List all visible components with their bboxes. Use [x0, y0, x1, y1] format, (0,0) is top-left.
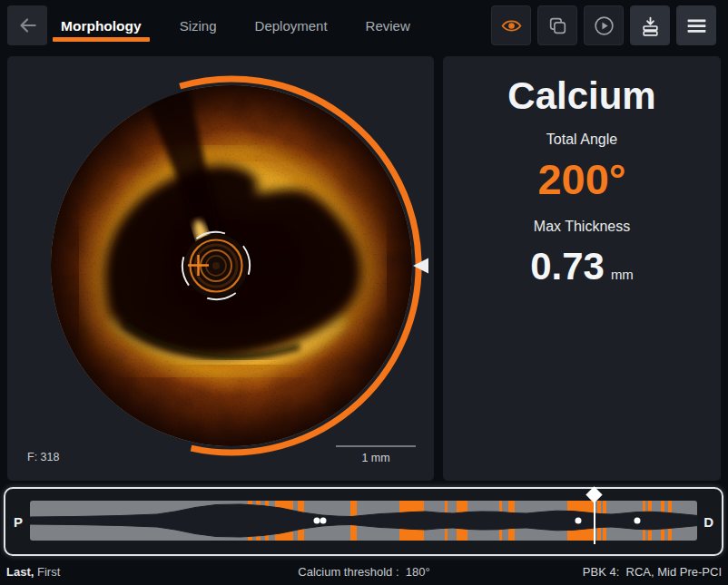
tab-deployment[interactable]: Deployment	[247, 0, 336, 52]
copy-frames-icon	[546, 15, 569, 37]
max-thickness-unit: mm	[611, 267, 634, 282]
tab-sizing[interactable]: Sizing	[172, 0, 225, 52]
threshold-label: Calcium threshold :	[298, 565, 398, 579]
export-download-icon	[639, 15, 662, 37]
total-angle-value: 200°	[443, 156, 721, 203]
study-value: RCA, Mid Pre-PCI	[626, 565, 722, 579]
threshold-value: 180°	[406, 565, 430, 579]
tab-label: Sizing	[180, 18, 217, 34]
hamburger-menu-icon	[685, 15, 708, 37]
calcium-metrics-panel: Calcium Total Angle 200° Max Thickness 0…	[443, 56, 721, 481]
scale-label: 1 mm	[361, 452, 389, 464]
lumen-profile-track[interactable]	[30, 501, 697, 541]
top-bar: Morphology Sizing Deployment Review	[0, 0, 728, 52]
oct-image-panel: F: 318 1 mm	[7, 56, 434, 481]
oct-cross-section-image[interactable]: F: 318 1 mm	[7, 56, 434, 481]
back-arrow-icon	[15, 14, 39, 37]
main-menu-button[interactable]	[676, 5, 716, 45]
max-thickness-number: 0.73	[530, 245, 605, 288]
play-icon	[593, 15, 615, 37]
status-bar: Last, First Calcium threshold : 180° PBK…	[0, 557, 728, 585]
study-label: PBK 4:	[583, 565, 619, 579]
frame-number-label: F: 318	[27, 451, 59, 463]
play-pullback-button[interactable]	[584, 5, 624, 45]
max-thickness-value: 0.73mm	[443, 245, 721, 297]
distal-label: D	[703, 514, 713, 530]
visibility-toggle-button[interactable]	[491, 5, 531, 45]
proximal-label: P	[14, 514, 23, 530]
tab-morphology[interactable]: Morphology	[53, 0, 150, 52]
branch-marker-layer	[30, 501, 697, 541]
frame-marker-line	[594, 497, 596, 544]
tab-review[interactable]: Review	[358, 0, 418, 52]
max-thickness-label: Max Thickness	[443, 218, 721, 236]
branch-marker-dot	[634, 518, 640, 524]
total-angle-label: Total Angle	[443, 131, 721, 149]
eye-icon	[500, 15, 523, 37]
branch-marker-dot	[320, 518, 326, 524]
compare-frames-button[interactable]	[537, 5, 577, 45]
panel-title: Calcium	[443, 74, 721, 118]
back-button[interactable]	[7, 5, 47, 45]
tab-label: Review	[366, 18, 410, 34]
branch-marker-dot	[576, 518, 582, 524]
export-button[interactable]	[630, 5, 670, 45]
tab-label: Deployment	[255, 18, 328, 34]
longitudinal-strip: P D	[4, 487, 723, 556]
tab-bar: Morphology Sizing Deployment Review	[53, 0, 418, 52]
toolbar-actions	[491, 5, 716, 45]
study-info: PBK 4: RCA, Mid Pre-PCI	[583, 565, 722, 579]
tab-label: Morphology	[61, 18, 142, 34]
